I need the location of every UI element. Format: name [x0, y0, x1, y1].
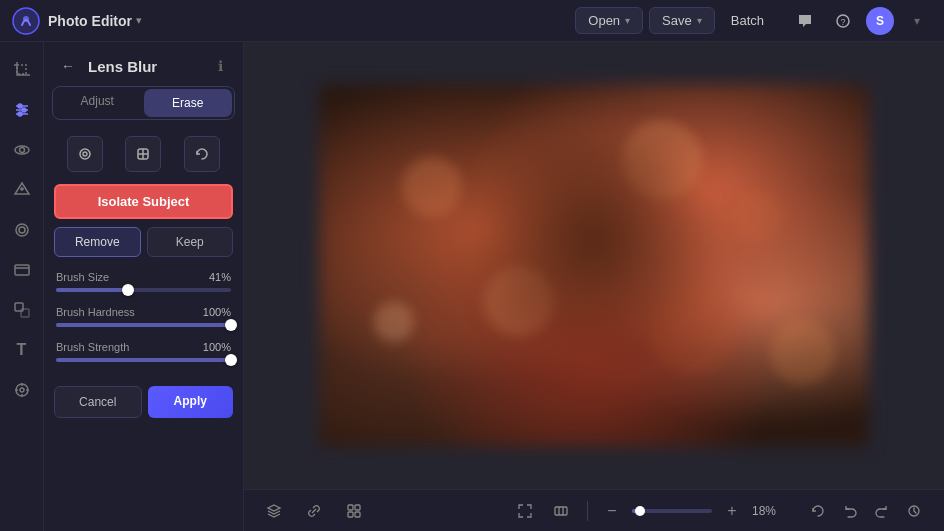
- reset-icon[interactable]: [184, 136, 220, 172]
- tab-adjust[interactable]: Adjust: [53, 87, 142, 119]
- paint-icon[interactable]: [125, 136, 161, 172]
- brush-strength-thumb[interactable]: [225, 354, 237, 366]
- top-bar: Photo Editor ▾ Open ▾ Save ▾ Batch ? S ▾: [0, 0, 944, 42]
- remove-keep-row: Remove Keep: [54, 227, 233, 257]
- sidebar-tool-icon[interactable]: [4, 372, 40, 408]
- zoom-separator: [587, 501, 588, 521]
- cancel-button[interactable]: Cancel: [54, 386, 142, 418]
- open-button[interactable]: Open ▾: [575, 7, 643, 34]
- keep-button[interactable]: Keep: [147, 227, 234, 257]
- brush-hardness-slider-row: Brush Hardness 100%: [56, 306, 231, 327]
- svg-point-1: [23, 16, 29, 22]
- sidebar-effects-icon[interactable]: [4, 212, 40, 248]
- brush-strength-value: 100%: [203, 341, 231, 353]
- brush-hardness-track[interactable]: [56, 323, 231, 327]
- svg-point-28: [80, 149, 90, 159]
- sidebar-crop-icon[interactable]: [4, 52, 40, 88]
- help-icon[interactable]: ?: [828, 6, 858, 36]
- panel-title: Lens Blur: [88, 58, 201, 75]
- tool-icon-row: [44, 130, 243, 178]
- layers-icon[interactable]: [260, 497, 288, 525]
- svg-rect-34: [355, 505, 360, 510]
- panel-header: ← Lens Blur ℹ: [44, 42, 243, 86]
- brush-icon[interactable]: [67, 136, 103, 172]
- brush-hardness-value: 100%: [203, 306, 231, 318]
- apply-button[interactable]: Apply: [148, 386, 234, 418]
- grid-icon[interactable]: [340, 497, 368, 525]
- action-row: Cancel Apply: [54, 386, 233, 418]
- save-label: Save: [662, 13, 692, 28]
- open-chevron-icon: ▾: [625, 15, 630, 26]
- sidebar-heal-icon[interactable]: [4, 172, 40, 208]
- app-chevron-icon[interactable]: ▾: [136, 14, 142, 27]
- canvas-content[interactable]: [244, 42, 944, 489]
- refresh-icon[interactable]: [804, 497, 832, 525]
- brush-strength-fill: [56, 358, 231, 362]
- undo-icon[interactable]: [836, 497, 864, 525]
- tab-erase[interactable]: Erase: [144, 89, 233, 117]
- svg-rect-37: [555, 507, 567, 515]
- svg-point-16: [16, 224, 28, 236]
- zoom-in-button[interactable]: +: [720, 499, 744, 523]
- app-name-label: Photo Editor: [48, 13, 132, 29]
- history-icon[interactable]: [900, 497, 928, 525]
- sidebar-adjust-icon[interactable]: [4, 92, 40, 128]
- save-button[interactable]: Save ▾: [649, 7, 715, 34]
- panel: ← Lens Blur ℹ Adjust Erase: [44, 42, 244, 531]
- isolate-subject-button[interactable]: Isolate Subject: [54, 184, 233, 219]
- batch-button[interactable]: Batch: [721, 8, 774, 33]
- brush-size-label: Brush Size: [56, 271, 109, 283]
- zoom-out-button[interactable]: −: [600, 499, 624, 523]
- redo-icon[interactable]: [868, 497, 896, 525]
- svg-text:?: ?: [841, 17, 846, 27]
- save-chevron-icon: ▾: [697, 15, 702, 26]
- sidebar-frames-icon[interactable]: [4, 252, 40, 288]
- main-area: T ← Lens Blur ℹ Adjust Erase: [0, 42, 944, 531]
- zoom-value-label: 18%: [752, 504, 784, 518]
- messages-icon[interactable]: [790, 6, 820, 36]
- sidebar-overlay-icon[interactable]: [4, 292, 40, 328]
- zoom-controls: − + 18%: [511, 497, 784, 525]
- svg-point-17: [19, 227, 25, 233]
- fit-width-icon[interactable]: [547, 497, 575, 525]
- brush-strength-track[interactable]: [56, 358, 231, 362]
- svg-rect-33: [348, 505, 353, 510]
- open-label: Open: [588, 13, 620, 28]
- svg-rect-18: [15, 265, 29, 275]
- panel-info-button[interactable]: ℹ: [209, 55, 231, 77]
- zoom-slider[interactable]: [632, 509, 712, 513]
- brush-size-thumb[interactable]: [122, 284, 134, 296]
- zoom-slider-thumb: [635, 506, 645, 516]
- brush-size-track[interactable]: [56, 288, 231, 292]
- brush-hardness-fill: [56, 323, 231, 327]
- svg-point-10: [18, 112, 22, 116]
- sliders-section: Brush Size 41% Brush Hardness 100%: [44, 271, 243, 376]
- canvas-area: − + 18%: [244, 42, 944, 531]
- brush-hardness-thumb[interactable]: [225, 319, 237, 331]
- user-avatar[interactable]: S: [866, 7, 894, 35]
- icon-sidebar: T: [0, 42, 44, 531]
- brush-strength-slider-row: Brush Strength 100%: [56, 341, 231, 362]
- photo-container: [319, 84, 869, 447]
- brush-hardness-label: Brush Hardness: [56, 306, 135, 318]
- link-icon[interactable]: [300, 497, 328, 525]
- remove-button[interactable]: Remove: [54, 227, 141, 257]
- svg-point-12: [19, 148, 24, 153]
- bottom-right-icons: [804, 497, 928, 525]
- fit-icon[interactable]: [511, 497, 539, 525]
- svg-point-9: [22, 108, 26, 112]
- batch-label: Batch: [731, 13, 764, 28]
- brush-size-value: 41%: [209, 271, 231, 283]
- panel-back-button[interactable]: ←: [56, 54, 80, 78]
- svg-rect-35: [348, 512, 353, 517]
- panel-tabs: Adjust Erase: [52, 86, 235, 120]
- svg-rect-36: [355, 512, 360, 517]
- brush-size-fill: [56, 288, 128, 292]
- sidebar-text-icon[interactable]: T: [4, 332, 40, 368]
- sidebar-eye-icon[interactable]: [4, 132, 40, 168]
- bottom-bar: − + 18%: [244, 489, 944, 531]
- brush-size-slider-row: Brush Size 41%: [56, 271, 231, 292]
- svg-point-23: [20, 388, 24, 392]
- expand-icon[interactable]: ▾: [902, 6, 932, 36]
- svg-rect-4: [17, 65, 26, 74]
